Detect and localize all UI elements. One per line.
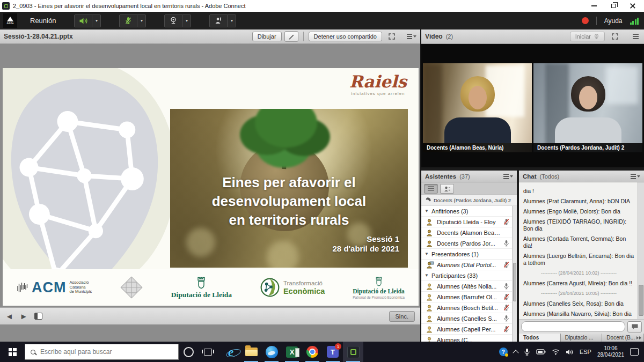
attendee-row[interactable]: ▼ Presentadores (1) [421,249,517,260]
screen-share-pod: Sessió-1-28.04.21.pptx Dibujar Detener u… [0,29,420,342]
attendees-pod-menu-button[interactable] [503,172,513,181]
battery-icon[interactable] [536,349,546,355]
start-button[interactable] [0,342,25,362]
attendees-scrollbar[interactable] [512,206,517,342]
slide-title-line3: en territoris rurals [170,211,408,230]
pod-menu-icon [633,36,639,37]
draw-button[interactable]: Dibujar [252,32,282,41]
recording-indicator [582,17,589,24]
pointer-pen-button[interactable] [284,31,298,42]
chrome-button[interactable] [302,342,323,362]
wifi-icon[interactable] [552,349,560,355]
chat-message: Alumnes (Carrera Agustí, Mireia): Bon di… [523,280,634,287]
attendee-name: Alumnes (Otal Portol... [437,262,501,268]
share-pod-menu-button[interactable] [407,32,416,41]
adobe-connect-icon [347,346,360,358]
webcam-button[interactable] [164,14,182,27]
diputacio2-logo-text: Diputació de Lleida [353,288,404,294]
diputacio2-logo-subtext: Patronat de Promoció Econòmica [353,295,405,299]
clock-date: 28/04/2021 [597,352,624,359]
scrollbar-thumb[interactable] [513,263,516,301]
fullscreen-button[interactable] [385,31,399,42]
chat-pod-menu-button[interactable] [631,172,640,181]
video-fullscreen-button[interactable] [608,31,622,42]
microphone-button[interactable] [119,14,137,27]
edge-button[interactable] [261,342,282,362]
phone-attendee-row[interactable]: Docents (Pardos Jordana, Judit) 2 [421,195,517,206]
attendee-row[interactable]: ▼ Alumnes (Otal Portol... [421,260,517,270]
search-input[interactable] [40,348,164,356]
attendee-row[interactable]: ▼ Anfitriones (3) [421,206,517,217]
attendee-role-icon [426,336,434,342]
teams-icon: 1 [327,346,339,358]
chevron-up-icon[interactable] [513,350,518,356]
status-dropdown[interactable]: ▾ [228,14,236,27]
previous-slide-button[interactable]: ◄ [5,312,13,320]
attendee-row[interactable]: ▼ Alumnes (Barrufet Ol... [421,292,517,302]
adobe-connect-taskbar-button[interactable] [343,342,363,362]
microphone-dropdown[interactable]: ▾ [137,14,146,27]
cortana-button[interactable] [179,342,198,362]
attendees-view-toolbar [421,182,517,195]
speaker-dropdown[interactable]: ▾ [92,14,101,27]
chat-scrollbar[interactable] [638,182,644,319]
volume-icon[interactable] [566,349,574,356]
attendee-row[interactable]: ▼ Docents (Alamon Beas, N... [421,227,517,238]
taskbar-clock[interactable]: 10:06 28/04/2021 [597,345,624,359]
video-pod-title: Vídeo [425,33,443,40]
attendee-row[interactable]: ▼ Diputació Lleida - Eloy [421,217,517,227]
file-explorer-button[interactable] [241,342,261,362]
menu-reunion[interactable]: Reunión [30,17,56,25]
attendee-list-view-button[interactable] [424,184,438,194]
maximize-button[interactable] [610,2,617,10]
teams-button[interactable]: 1 [323,342,343,362]
section-collapse-icon[interactable]: ▼ [425,209,429,213]
minimize-button[interactable] [590,2,598,10]
action-center-icon[interactable] [630,348,639,356]
task-view-button[interactable] [198,342,217,362]
attendee-row[interactable]: ▼ Alumnes (Altès Nolla... [421,281,517,292]
close-button[interactable] [629,2,636,10]
chat-input[interactable] [521,321,625,332]
scrollbar-thumb[interactable] [639,285,643,316]
share-pod-title: Sessió-1-28.04.21.pptx [4,33,73,40]
chat-tab[interactable]: Todos [519,334,561,342]
webcam-dropdown[interactable]: ▾ [182,14,191,27]
attendee-row[interactable]: ▼ Alumnes (Canelles S... [421,313,517,324]
internet-explorer-button[interactable]: e [221,342,241,362]
speaker-button[interactable] [74,14,92,27]
tray-microphone-icon[interactable] [524,348,530,356]
get-help-icon[interactable] [499,348,508,356]
task-view-icon [204,349,212,356]
section-collapse-icon[interactable]: ▼ [425,252,429,256]
stop-sharing-button[interactable]: Detener uso compartido [309,32,382,41]
next-slide-button[interactable]: ► [20,312,28,320]
connection-signal-icon[interactable] [630,17,639,25]
sidebar-toggle-button[interactable] [34,313,42,320]
transformacio-economica-logo: Transformació Econòmica [260,277,325,298]
attendee-row[interactable]: ▼ Docents (Pardos Jor... [421,238,517,249]
attendee-mic-icon [503,293,509,300]
attendee-row[interactable]: ▼ Alumnes (Capell Per... [421,324,517,335]
chat-tab[interactable]: Diputacio ... [561,334,603,342]
menu-ayuda[interactable]: Ayuda [604,17,623,25]
attendee-status-view-button[interactable] [440,184,454,194]
chat-message: ---------- (28/04/2021 10:02) ---------- [523,270,634,277]
section-collapse-icon[interactable]: ▼ [425,273,429,278]
tree-crown [255,109,317,147]
send-message-button[interactable] [627,321,642,333]
sync-button[interactable]: Sinc. [389,311,415,322]
video-pod-menu-button[interactable] [631,32,640,41]
excel-button[interactable] [282,342,302,362]
header-separator [303,32,304,41]
attendee-row[interactable]: ▼ Participantes (33) [421,270,517,281]
start-webcam-button[interactable]: Iniciar [570,32,605,41]
raise-hand-button[interactable] [209,14,228,27]
chat-tab-overflow-icon[interactable] [634,334,644,342]
share-stage: Raiels iniciatives que arrelen Eines per… [0,44,420,324]
attendee-row[interactable]: ▼ Alumnes (Bosch Betil... [421,302,517,313]
attendee-row[interactable]: ▼ Alumnes (C... [421,335,517,342]
language-indicator[interactable]: ESP [580,349,591,355]
search-icon [31,350,35,354]
taskbar-search[interactable] [25,344,179,360]
